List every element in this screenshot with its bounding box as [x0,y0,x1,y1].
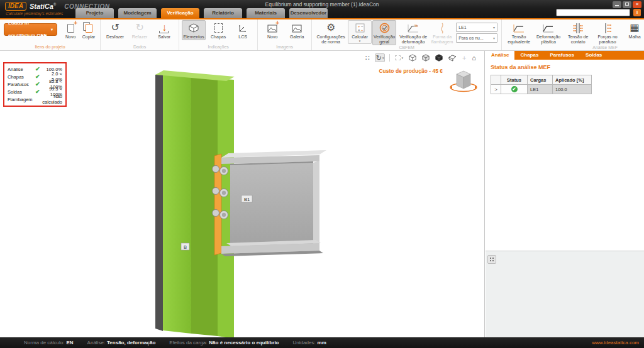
loads-in-equilibrium-label: Loads in equilibrium OFF [8,17,48,42]
pan-button[interactable]: + [462,53,467,62]
tensao-de-contato-button[interactable]: Tensão de contato [564,20,592,45]
verificacao-geral-button[interactable]: Verificação geral [372,20,396,45]
viewport-toolbar: ∷ ↻▾ ▾ + ⌂ [365,53,477,62]
beam-end-cap[interactable] [313,161,319,246]
close-button[interactable]: × [633,1,641,8]
mesh-icon: ▦ [627,21,642,35]
chevron-down-icon: ▾ [493,36,495,40]
row-expander[interactable]: > [491,85,501,94]
results-summary-panel: Análise ✔ 100.0% Chapas ✔ 2.0 < 5.0% Par… [3,62,67,107]
forcas-no-parafuso-button[interactable]: Forças no parafuso [593,20,622,45]
tensao-equivalente-button[interactable]: Tensão equivalente [504,20,533,45]
member-label-b1[interactable]: B1 [242,195,252,202]
info-button[interactable]: i [633,9,641,16]
gear-icon: ⚙ [323,21,338,35]
search-box[interactable] [556,9,630,16]
galeria-button[interactable]: Galeria [285,20,309,40]
table-header-row: Status Cargas Aplicado [%] [491,75,592,85]
minimize-icon [615,5,619,6]
solid-cube-icon [435,54,443,62]
chevron-down-icon: ▾ [359,40,361,43]
solid-view-button[interactable] [435,53,443,62]
tab-verificacao[interactable]: Verificação [161,8,199,18]
section-cut-icon [448,55,457,62]
tab-materiais[interactable]: Materiais [247,8,285,18]
analysis-status-panel: Status da análise MEF Status Cargas Apli… [486,60,644,251]
axes-icon [235,21,250,35]
contact-stress-icon [570,21,586,35]
beam-web-face[interactable] [230,163,313,249]
verificacao-de-deformacao-button[interactable]: % Verificação de deformação [397,20,430,45]
load-case-select[interactable]: LE1 ▾ [456,23,497,32]
fit-view-button[interactable]: ∷ [365,53,370,62]
salvar-button[interactable]: ↓ Salvar [152,20,176,40]
chevron-down-icon: ▾ [401,56,403,60]
nova-imagem-button[interactable]: + Novo [260,20,284,40]
chevron-down-icon: ▾ [51,23,53,36]
loads-in-equilibrium-button[interactable]: Loads in equilibrium OFF ▾ [4,23,57,36]
orbit-button[interactable]: ↻▾ [375,53,386,62]
ribbon-group-itens-do-projeto: Loads in equilibrium OFF ▾ + Novo Copiar… [0,19,101,50]
copiar-button[interactable]: Copiar [80,20,97,40]
orbit-icon: ↻ [376,54,382,62]
tab-chapas[interactable]: Chapas [514,51,544,60]
production-cost-label: Custo de produção - 45 € [379,68,443,74]
check-icon: ✔ [35,66,44,72]
group-label: Análise MEF [504,45,644,51]
home-view-button[interactable]: ⌂ [471,53,477,62]
deformacao-plastica-button[interactable]: Deformação plástica [534,20,563,45]
column-flange-edge[interactable] [155,73,163,331]
tab-analise[interactable]: Análise [486,51,514,60]
refazer-button[interactable]: ↻ Refazer [128,20,152,40]
save-icon: ↓ [157,21,172,35]
elementos-button[interactable]: Elementos [182,20,206,40]
chapas-button[interactable]: Chapas [206,20,230,40]
panel-heading: Status da análise MEF [491,64,639,70]
wireframe-view-button[interactable] [408,53,417,62]
lcs-button[interactable]: LCS [231,20,255,40]
toolbar-separator [389,54,390,62]
configuracoes-de-norma-button[interactable]: ⚙ Configurações de norma [314,20,347,45]
connection-model[interactable]: B B1 [0,51,485,337]
tab-modelagem[interactable]: Modelagem [118,8,157,18]
viewport-3d[interactable]: Análise ✔ 100.0% Chapas ✔ 2.0 < 5.0% Par… [0,51,485,337]
maximize-button[interactable] [623,1,631,8]
section-view-button[interactable] [448,53,457,62]
desfazer-button[interactable]: ↺ Desfazer [103,20,127,40]
select-button[interactable]: ▾ [394,53,404,62]
novo-projeto-button[interactable]: + Novo [62,20,79,40]
member-label-b[interactable]: B [181,243,189,250]
right-panel-tabs: Análise Chapas Parafusos Soldas [486,51,644,60]
svg-text:%: % [414,24,418,28]
check-circle-icon [377,21,392,35]
malha-button[interactable]: ▦ Malha [623,20,644,40]
status-efeitos: Efeitos da carga:Não é necessário o equi… [169,340,279,345]
expand-panel-button[interactable] [487,255,496,264]
redo-icon: ↻ [132,21,147,35]
tab-soldas[interactable]: Soldas [580,51,608,60]
navigation-cube[interactable] [448,65,479,94]
tab-desenvolvedor[interactable]: Desenvolvedor [289,8,328,18]
column-flange-face[interactable] [163,73,191,334]
calcular-button[interactable]: +−×÷ Calcular ▾ [348,20,372,44]
right-panel: Análise Chapas Parafusos Soldas Status d… [486,51,644,337]
column-web-face[interactable] [191,76,218,336]
search-input[interactable] [557,9,630,16]
ribbon-group-analise-mef: Tensão equivalente Deformação plástica T… [502,19,644,50]
status-check-icon: ✔ [511,86,518,92]
cube-icon [186,21,201,35]
group-label: Dados [103,45,176,50]
equivalent-stress-icon [511,21,526,35]
minimize-button[interactable] [613,1,621,8]
tab-relatorio[interactable]: Relatório [204,8,242,18]
expand-dots-icon [490,258,491,259]
check-icon: ✔ [35,81,44,87]
website-link[interactable]: www.ideastatica.com [592,340,639,345]
forma-da-flambagem-button[interactable]: Forma da flambagem [430,20,454,45]
table-row[interactable]: > ✔ LE1 100.0 [491,85,592,94]
node-scope-select[interactable]: Para os nu... ▾ [456,33,497,43]
transparent-view-button[interactable] [421,53,430,62]
tab-parafusos[interactable]: Parafusos [544,51,580,60]
buckling-shape-icon [435,21,450,35]
tab-projeto[interactable]: Projeto [75,8,114,18]
